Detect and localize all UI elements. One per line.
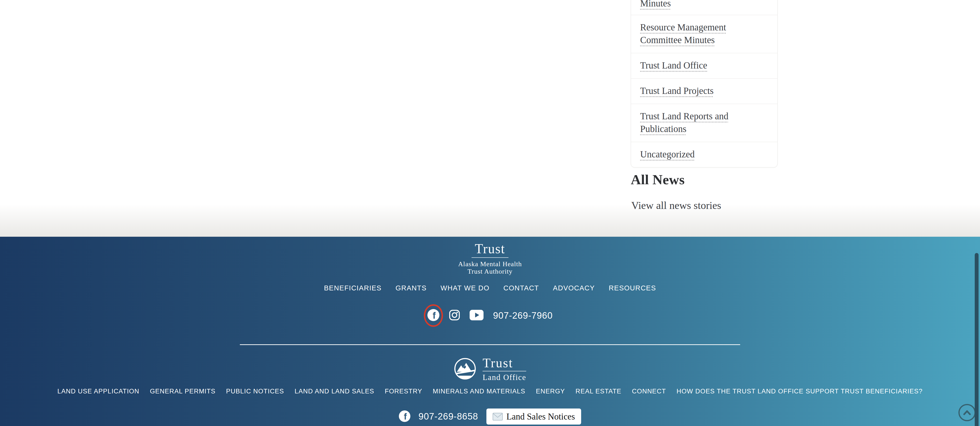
phone-link-trust-land-office[interactable]: 907-269-8658 xyxy=(418,412,478,422)
facebook-icon: f xyxy=(399,410,410,423)
site-footer: Trust Alaska Mental Health Trust Authori… xyxy=(0,237,980,426)
nav-what-we-do[interactable]: WHAT WE DO xyxy=(441,284,490,292)
trust-land-office-logo[interactable]: Trust Land Office xyxy=(0,357,980,382)
trust-land-office-logo-subtitle: Land Office xyxy=(482,373,526,382)
category-link-trust-land-office[interactable]: Trust Land Office xyxy=(640,60,707,70)
svg-text:f: f xyxy=(404,412,407,421)
list-item: Resource Management Committee Minutes xyxy=(631,15,777,53)
category-link-resource-management-committee-minutes[interactable]: Resource Management Committee Minutes xyxy=(640,22,726,45)
nav-land-and-land-sales[interactable]: LAND AND LAND SALES xyxy=(294,388,374,395)
list-item: Trust Land Office xyxy=(631,53,777,78)
nav-real-estate[interactable]: REAL ESTATE xyxy=(576,388,621,395)
nav-contact[interactable]: CONTACT xyxy=(503,284,539,292)
land-sales-notices-badge[interactable]: Land Sales Notices xyxy=(487,409,581,424)
trust-authority-logo-tagline: Alaska Mental Health Trust Authority xyxy=(458,260,522,275)
scroll-to-top-button[interactable] xyxy=(958,404,976,421)
trust-land-office-logo-text: Trust Land Office xyxy=(482,357,526,382)
youtube-icon xyxy=(469,310,484,321)
category-link-uncategorized[interactable]: Uncategorized xyxy=(640,149,695,159)
list-item: Minutes xyxy=(631,0,777,15)
category-link-minutes[interactable]: Minutes xyxy=(640,0,671,8)
category-link-trust-land-projects[interactable]: Trust Land Projects xyxy=(640,86,714,96)
trust-authority-logo[interactable]: Trust Alaska Mental Health Trust Authori… xyxy=(458,242,522,275)
list-item: Uncategorized xyxy=(631,142,777,167)
footer-nav-trust-land-office: LAND USE APPLICATION GENERAL PERMITS PUB… xyxy=(0,388,980,395)
facebook-icon: f xyxy=(427,309,439,322)
footer-trust-land-office-section: Trust Land Office LAND USE APPLICATION G… xyxy=(0,345,980,424)
trust-land-office-logo-title: Trust xyxy=(482,357,513,369)
land-sales-notices-label: Land Sales Notices xyxy=(507,412,575,422)
news-categories-card: Minutes Resource Management Committee Mi… xyxy=(631,0,778,168)
list-item: Trust Land Projects xyxy=(631,78,777,104)
nav-beneficiaries[interactable]: BENEFICIARIES xyxy=(324,284,382,292)
nav-minerals-and-materials[interactable]: MINERALS AND MATERIALS xyxy=(433,388,525,395)
nav-resources[interactable]: RESOURCES xyxy=(609,284,656,292)
all-news-heading: All News xyxy=(631,171,685,188)
footer-top-shadow xyxy=(0,204,980,237)
trust-authority-logo-title: Trust xyxy=(458,242,522,255)
footer-trust-authority-section: Trust Alaska Mental Health Trust Authori… xyxy=(0,237,980,327)
page: Minutes Resource Management Committee Mi… xyxy=(0,0,980,426)
footer-contact-row: f 907-269-8658 Land Sales Notices xyxy=(0,409,980,424)
svg-text:f: f xyxy=(433,310,436,321)
social-links-row: f xyxy=(0,304,980,327)
logo-divider-line xyxy=(482,371,526,371)
logo-divider-line xyxy=(471,257,509,258)
tagline-line-1: Alaska Mental Health xyxy=(458,260,522,268)
scrollbar-thumb[interactable] xyxy=(975,253,978,426)
chevron-up-icon xyxy=(963,410,971,415)
mountain-emblem-icon xyxy=(454,358,476,381)
phone-link-trust-authority[interactable]: 907-269-7960 xyxy=(493,310,553,321)
nav-energy[interactable]: ENERGY xyxy=(536,388,565,395)
nav-public-notices[interactable]: PUBLIC NOTICES xyxy=(226,388,284,395)
instagram-icon xyxy=(449,310,460,321)
nav-advocacy[interactable]: ADVOCACY xyxy=(553,284,595,292)
envelope-icon xyxy=(493,413,503,420)
nav-how-does-the-tlo-support-beneficiaries[interactable]: HOW DOES THE TRUST LAND OFFICE SUPPORT T… xyxy=(676,388,923,395)
instagram-link[interactable] xyxy=(449,310,460,321)
tagline-line-2: Trust Authority xyxy=(458,268,522,275)
list-item: Trust Land Reports and Publications xyxy=(631,104,777,142)
facebook-link-tlo[interactable]: f xyxy=(399,410,410,423)
nav-land-use-application[interactable]: LAND USE APPLICATION xyxy=(57,388,139,395)
nav-general-permits[interactable]: GENERAL PERMITS xyxy=(150,388,216,395)
category-link-trust-land-reports-and-publications[interactable]: Trust Land Reports and Publications xyxy=(640,111,729,134)
view-all-news-link[interactable]: View all news stories xyxy=(631,200,721,212)
nav-grants[interactable]: GRANTS xyxy=(396,284,427,292)
youtube-link[interactable] xyxy=(469,310,484,321)
nav-connect[interactable]: CONNECT xyxy=(632,388,666,395)
footer-nav-trust-authority: BENEFICIARIES GRANTS WHAT WE DO CONTACT … xyxy=(0,284,980,292)
nav-forestry[interactable]: FORESTRY xyxy=(385,388,422,395)
facebook-link[interactable]: f xyxy=(427,309,439,322)
